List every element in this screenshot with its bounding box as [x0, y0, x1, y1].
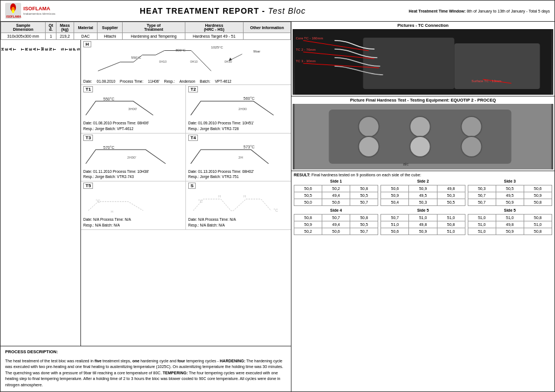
hardness-photo-svg: alc	[293, 104, 553, 169]
results-section: RESULT: Final hardness tested on 9 posit…	[291, 171, 554, 391]
table-cell: 50,5	[350, 221, 378, 228]
table-cell: 50,8	[524, 199, 552, 206]
sample-table: SampleDimension Qtd. Mass(kg) Material S…	[1, 22, 291, 40]
svg-text:560°C: 560°C	[244, 97, 255, 101]
steps-container: HEATTREATMENTSTEPS H 550°C	[1, 40, 291, 346]
h-chart-svg: 550°C 800°C 1025°C 9bar 0H10 0H10 0H30	[94, 41, 289, 78]
table-cell: 50,5	[496, 185, 524, 192]
result-text: RESULT: Final hardness tested on 9 posit…	[294, 173, 552, 177]
table-row: 50,450,350,5	[381, 199, 465, 206]
t2-label: T2	[188, 86, 198, 92]
side-table-4: 50,850,750,850,949,450,550,250,650,7	[294, 214, 378, 235]
hardness-section: Picture Final Hardness Test - Testing Eq…	[291, 96, 554, 171]
table-cell: 51,0	[468, 221, 496, 228]
table-row: 50,650,250,8	[294, 185, 378, 192]
table-cell: 50,9	[409, 185, 437, 192]
hardness-title: Picture Final Hardness Test - Testing Eq…	[293, 98, 553, 103]
h-date-label: Date:	[83, 79, 92, 83]
table-cell: 50,5	[437, 199, 465, 206]
table-row: 50,650,951,0	[381, 228, 465, 235]
svg-text:°C: °C	[274, 208, 278, 212]
table-row: 50,751,051,0	[381, 215, 465, 221]
h-label: H	[83, 41, 91, 47]
table-cell: 50,3	[468, 185, 496, 192]
vert-label: HEATTREATMENTSTEPS	[1, 40, 81, 346]
side-title-4: Side 4	[294, 208, 378, 212]
col-mass: Mass(kg)	[56, 22, 74, 33]
table-cell: 49,5	[496, 192, 524, 199]
step-t2: T2 560°C 2H30 Date: 01.09.2010 Process T…	[186, 85, 291, 133]
vert-label-text: HEATTREATMENTSTEPS	[1, 46, 80, 51]
svg-point-45	[410, 136, 431, 157]
table-row: 50,549,450,5	[294, 192, 378, 199]
svg-text:800°C: 800°C	[176, 48, 186, 52]
result-detail: Final hardness tested on 9 positions on …	[311, 173, 421, 177]
content-area: SampleDimension Qtd. Mass(kg) Material S…	[1, 22, 554, 391]
table-row: 51,049,850,8	[381, 221, 465, 228]
table-cell: 51,0	[468, 215, 496, 221]
table-cell: 50,3	[437, 192, 465, 199]
company-sub: tratamentos térmicos	[23, 12, 55, 15]
table-cell: 49,5	[409, 192, 437, 199]
table-row: 51,051,050,8	[468, 215, 552, 221]
logo-area: ISOFLAMA ISOFLAMA tratamentos térmicos	[5, 3, 55, 19]
company-name: ISOFLAMA	[23, 6, 55, 12]
table-row: 51,049,851,0	[468, 221, 552, 228]
table-cell: 51,0	[524, 221, 552, 228]
table-row: 50,949,550,3	[381, 192, 465, 199]
side-block-6: Side 551,051,050,851,049,851,051,050,950…	[468, 208, 552, 235]
table-cell: 50,2	[322, 185, 350, 192]
col-material: Material	[74, 22, 98, 33]
svg-text:ISOFLAMA: ISOFLAMA	[6, 15, 21, 18]
t5-chart-svg: °C H	[83, 190, 183, 216]
t4-label: T4	[188, 135, 198, 141]
svg-text:2H: 2H	[238, 155, 243, 159]
proc-desc-text: The heat treatment of the test bloc was …	[5, 357, 286, 390]
table-row: 50,750,950,8	[468, 199, 552, 206]
t1-info: Date: 01.08.2010 Process Time: 08H06' Re…	[83, 120, 183, 132]
side-block-2: Side 250,650,949,850,949,550,350,450,350…	[380, 179, 465, 206]
table-cell: 50,4	[381, 199, 409, 206]
row-t1-t2: T1 550°C 3H00' Date: 01.08.2010 Process …	[81, 85, 291, 134]
h-resp: Anderson	[179, 79, 195, 83]
right-panel: Pictures - TC Connection	[291, 22, 554, 391]
table-cell: 51,0	[468, 228, 496, 235]
h-pt: 11H06'	[148, 79, 159, 83]
h-resp-label: Resp.:	[164, 79, 175, 83]
tc-photo: Core TC - 160mm TC 2 - 76mm TC 3 - 30mm …	[293, 29, 553, 95]
svg-point-41	[359, 116, 379, 137]
t1-chart-svg: 550°C 3H00'	[83, 94, 183, 119]
tc-section: Pictures - TC Connection	[291, 22, 554, 96]
table-cell: 50,6	[381, 185, 409, 192]
svg-text:°C: °C	[96, 199, 100, 203]
table-cell: 50,0	[294, 199, 322, 206]
col-other: Other Information	[244, 22, 291, 33]
svg-text:H: H	[244, 194, 246, 198]
t3-info: Date: 01.11.2010 Process Time: 10H38' Re…	[83, 169, 183, 180]
side-title-3: Side 3	[468, 179, 552, 183]
table-cell: 50,7	[468, 192, 496, 199]
svg-point-43	[461, 116, 482, 137]
cell-hardness: Hardness Target 49 - 51	[185, 33, 244, 40]
table-cell: 50,3	[409, 199, 437, 206]
col-hardness: Hardness(HRC - HS)	[185, 22, 244, 33]
table-cell: 51,0	[381, 221, 409, 228]
svg-text:9bar: 9bar	[253, 49, 260, 53]
side-table-5: 50,751,051,051,049,850,850,650,951,0	[380, 214, 465, 235]
h-date: 01.08.2010	[97, 79, 116, 83]
table-row: 50,650,949,8	[381, 185, 465, 192]
side-title-2: Side 2	[380, 179, 465, 183]
table-cell: 49,4	[322, 192, 350, 199]
table-cell: 50,8	[350, 185, 378, 192]
table-cell: 50,9	[294, 221, 322, 228]
table-cell: 50,9	[409, 228, 437, 235]
header: ISOFLAMA ISOFLAMA tratamentos térmicos H…	[1, 1, 554, 22]
svg-text:0H10: 0H10	[159, 60, 167, 63]
t2-chart-svg: 560°C 2H30	[188, 94, 289, 119]
hardness-photo: alc	[293, 104, 553, 169]
t5-label: T5	[83, 183, 93, 189]
table-cell: 50,8	[524, 228, 552, 235]
sides-grid: Side 150,650,250,850,549,450,550,050,650…	[294, 179, 552, 235]
table-cell: 50,6	[322, 228, 350, 235]
s-label: S	[188, 183, 196, 189]
